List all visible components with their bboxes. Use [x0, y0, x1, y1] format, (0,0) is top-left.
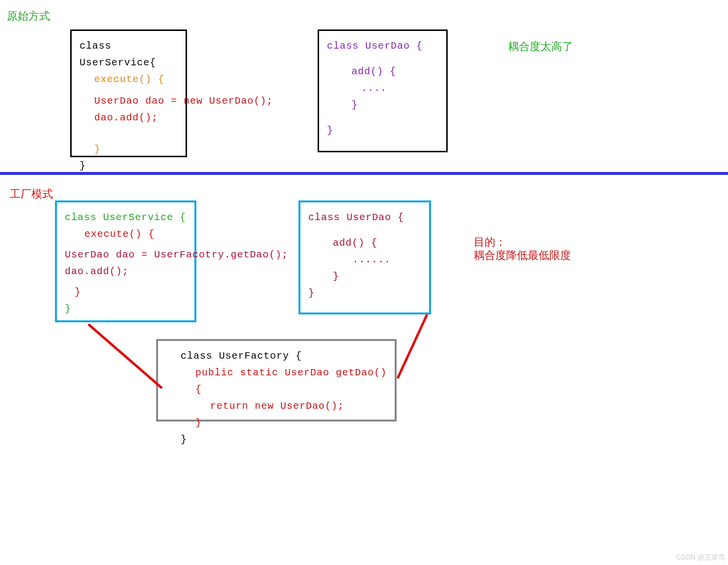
- code-line: class UserFactory {: [166, 348, 389, 365]
- code-line: ....: [327, 80, 440, 97]
- code-line: }: [308, 285, 423, 302]
- code-line: execute() {: [80, 71, 180, 88]
- code-line: return new UserDao();: [166, 398, 389, 415]
- section2-title: 工厂模式: [10, 187, 53, 201]
- code-fragment: cotry.getDao();: [192, 249, 288, 260]
- section-divider: [0, 172, 728, 175]
- code-fragment: UserDao dao = ne: [94, 95, 196, 107]
- code-line: execute() {: [65, 226, 189, 243]
- code-line: class UserService{: [80, 38, 180, 71]
- code-line: UserDao dao = UserFacotry.getDao();: [65, 247, 189, 263]
- code-line: dao.add();: [65, 263, 189, 280]
- code-fragment: w UserDao();: [196, 95, 273, 107]
- section2-note1: 目的：: [474, 235, 506, 250]
- section1-note: 耦合度太高了: [508, 39, 573, 54]
- code-line: }: [166, 431, 389, 448]
- code-line: class UserService {: [65, 209, 189, 226]
- code-line: dao.add();: [80, 110, 180, 126]
- code-line: add() {: [327, 63, 440, 80]
- code-line: }: [65, 301, 189, 317]
- box-userservice-original: class UserService{ execute() { UserDao d…: [70, 29, 187, 157]
- code-line: }: [166, 415, 389, 431]
- code-line: class UserDao {: [308, 209, 423, 226]
- code-fragment: UserDao dao = UserFa: [65, 249, 192, 260]
- connector-factory-to-dao: [398, 314, 427, 378]
- section1-title: 原始方式: [7, 9, 50, 24]
- connector-service-to-factory: [88, 324, 162, 388]
- box-userdao-original: class UserDao { add() { .... } }: [318, 29, 448, 152]
- code-line: UserDao dao = new UserDao();: [80, 93, 180, 110]
- box-userservice-factory: class UserService { execute() { UserDao …: [55, 200, 196, 322]
- code-line: ......: [308, 252, 423, 268]
- code-line: add() {: [308, 235, 423, 252]
- box-userdao-factory: class UserDao { add() { ...... } }: [298, 200, 431, 314]
- code-line: }: [327, 97, 440, 113]
- code-line: public static UserDao getDao() {: [166, 365, 389, 398]
- watermark: CSDN @王菜鸟: [676, 553, 725, 562]
- code-line: }: [308, 268, 423, 285]
- code-line: }: [65, 284, 189, 301]
- code-line: }: [327, 122, 440, 139]
- section2-note2: 耦合度降低最低限度: [474, 248, 571, 263]
- code-line: class UserDao {: [327, 38, 440, 55]
- code-line: }: [80, 141, 180, 158]
- box-userfactory: class UserFactory { public static UserDa…: [156, 339, 397, 422]
